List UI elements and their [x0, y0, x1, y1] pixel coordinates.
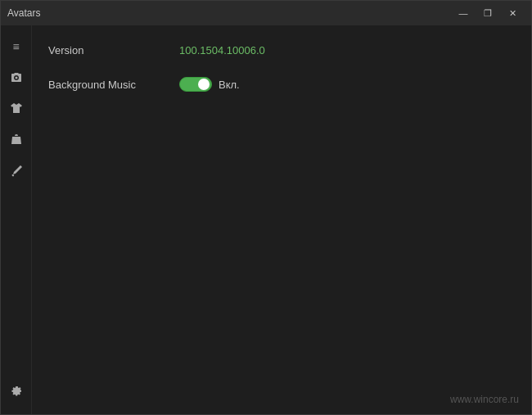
version-label: Version: [48, 44, 179, 56]
camera-icon[interactable]: [2, 63, 31, 92]
toggle-label: Вкл.: [219, 79, 240, 91]
main-window: Avatars — ❐ ✕ ≡: [0, 0, 532, 415]
toggle-knob: [198, 79, 210, 90]
main-content: Version 100.1504.10006.0 Background Musi…: [32, 25, 531, 414]
menu-icon[interactable]: ≡: [2, 32, 31, 61]
window-body: ≡: [1, 25, 531, 414]
toggle-container: Вкл.: [179, 77, 240, 92]
sidebar: ≡: [1, 25, 32, 414]
shirt-icon[interactable]: [2, 94, 31, 124]
version-value: 100.1504.10006.0: [179, 44, 265, 56]
version-row: Version 100.1504.10006.0: [48, 38, 515, 61]
titlebar: Avatars — ❐ ✕: [1, 1, 531, 25]
music-row: Background Music Вкл.: [48, 73, 515, 96]
titlebar-controls: — ❐ ✕: [451, 5, 525, 21]
music-label: Background Music: [48, 79, 179, 91]
watermark: www.wincore.ru: [450, 394, 519, 405]
settings-icon[interactable]: [2, 377, 31, 406]
bag-icon[interactable]: [2, 125, 31, 155]
svg-point-0: [15, 77, 17, 79]
sidebar-bottom: [2, 377, 31, 414]
brush-icon[interactable]: [2, 156, 31, 186]
minimize-button[interactable]: —: [451, 5, 476, 21]
maximize-button[interactable]: ❐: [476, 5, 500, 21]
close-button[interactable]: ✕: [500, 5, 525, 21]
window-title: Avatars: [7, 7, 40, 19]
music-toggle[interactable]: [179, 77, 212, 92]
